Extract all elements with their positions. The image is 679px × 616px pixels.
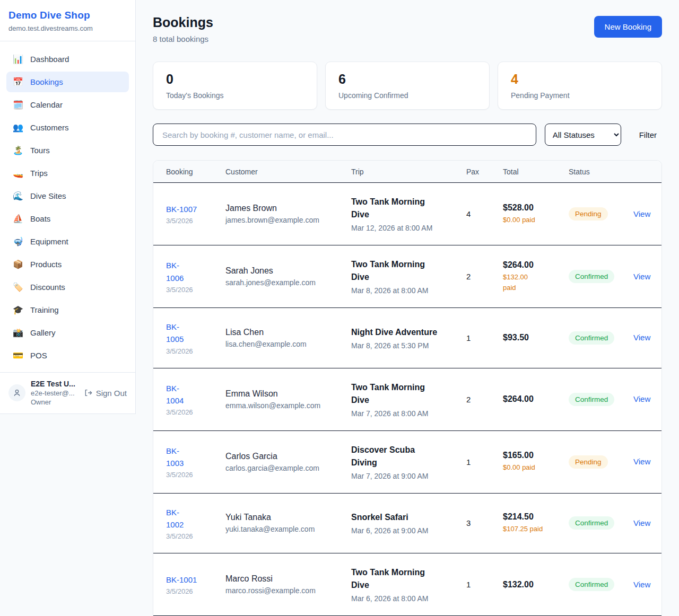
sidebar-item-gallery[interactable]: 📸 Gallery — [6, 322, 129, 343]
column-header-customer: Customer — [225, 168, 351, 176]
shop-name: Demo Dive Shop — [8, 10, 127, 21]
sidebar-item-label: Products — [30, 260, 62, 269]
sidebar-item-products[interactable]: 📦 Products — [6, 254, 129, 275]
customer-email: carlos.garcia@example.com — [225, 464, 351, 472]
new-booking-button[interactable]: New Booking — [594, 16, 662, 38]
paid-amount: $0.00 paid — [503, 462, 569, 473]
booking-id-link[interactable]: BK-1001 — [166, 575, 197, 584]
booking-date: 3/5/2026 — [166, 532, 225, 540]
discounts-icon: 🏷️ — [13, 282, 23, 292]
trips-icon: 🚤 — [13, 168, 23, 178]
paid-amount: $132.00 paid — [503, 272, 569, 293]
customer-name: Marco Rossi — [225, 574, 351, 584]
page-title: Bookings — [153, 15, 213, 30]
sidebar-item-label: Equipment — [30, 237, 68, 246]
search-input[interactable] — [153, 124, 536, 146]
sidebar-item-boats[interactable]: ⛵ Boats — [6, 208, 129, 229]
booking-id-link[interactable]: BK- 1002 — [166, 508, 184, 529]
sidebar-item-dive-sites[interactable]: 🌊 Dive Sites — [6, 186, 129, 206]
status-badge: Confirmed — [569, 270, 614, 283]
trip-datetime: Mar 12, 2026 at 8:00 AM — [351, 224, 466, 232]
stat-card-upcoming-confirmed: 6 Upcoming Confirmed — [325, 61, 490, 110]
view-link[interactable]: View — [626, 272, 650, 281]
sign-out-button[interactable]: Sign Out — [84, 389, 127, 398]
customer-email: emma.wilson@example.com — [225, 401, 351, 410]
view-link[interactable]: View — [626, 333, 650, 342]
sidebar-item-label: Calendar — [30, 100, 63, 109]
column-header-total: Total — [503, 168, 569, 176]
stat-value: 0 — [166, 72, 304, 87]
status-badge: Pending — [569, 207, 608, 221]
total-amount: $528.00 — [503, 203, 569, 213]
stat-card-todays-bookings: 0 Today's Bookings — [153, 61, 317, 110]
sidebar-item-tours[interactable]: 🏝️ Tours — [6, 140, 129, 161]
stat-label: Upcoming Confirmed — [338, 91, 476, 100]
tours-icon: 🏝️ — [13, 145, 23, 155]
booking-id-link[interactable]: BK- 1006 — [166, 261, 184, 282]
status-badge: Confirmed — [569, 331, 614, 345]
trip-name: Two Tank Morning Dive — [351, 381, 466, 407]
dashboard-icon: 📊 — [13, 54, 23, 64]
booking-date: 3/5/2026 — [166, 471, 225, 479]
sidebar-item-bookings[interactable]: 📅 Bookings — [6, 72, 129, 92]
table-row: BK-1007 3/5/2026 James Brown james.brown… — [153, 183, 661, 245]
total-amount: $264.00 — [503, 394, 569, 404]
trip-name: Two Tank Morning Dive — [351, 196, 466, 221]
sidebar-item-customers[interactable]: 👥 Customers — [6, 117, 129, 138]
trip-datetime: Mar 8, 2026 at 5:30 PM — [351, 341, 466, 350]
status-badge: Confirmed — [569, 516, 614, 530]
trip-name: Night Dive Adventure — [351, 326, 466, 339]
sidebar-item-training[interactable]: 🎓 Training — [6, 300, 129, 320]
total-amount: $264.00 — [503, 260, 569, 270]
view-link[interactable]: View — [626, 209, 650, 218]
customers-icon: 👥 — [13, 122, 23, 133]
filter-bar: All Statuses Filter — [153, 124, 662, 146]
booking-id-link[interactable]: BK-1007 — [166, 205, 197, 214]
status-badge: Confirmed — [569, 393, 614, 406]
table-row: BK- 1004 3/5/2026 Emma Wilson emma.wilso… — [153, 368, 661, 431]
view-link[interactable]: View — [626, 457, 650, 466]
sidebar-item-pos[interactable]: 💳 POS — [6, 345, 129, 366]
table-row: BK-1001 3/5/2026 Marco Rossi marco.rossi… — [153, 553, 661, 616]
total-amount: $165.00 — [503, 451, 569, 460]
sign-out-label: Sign Out — [96, 389, 127, 398]
status-badge: Confirmed — [569, 578, 614, 591]
user-section: E2E Test U... e2e-tester@... Owner Sign … — [0, 372, 135, 413]
logout-icon — [84, 389, 92, 397]
user-name: E2E Test U... — [31, 380, 79, 388]
column-header-trip: Trip — [351, 168, 466, 176]
booking-id-link[interactable]: BK- 1003 — [166, 446, 184, 468]
sidebar-item-dashboard[interactable]: 📊 Dashboard — [6, 49, 129, 69]
booking-date: 3/5/2026 — [166, 347, 225, 355]
trip-datetime: Mar 7, 2026 at 8:00 AM — [351, 409, 466, 418]
table-row: BK- 1006 3/5/2026 Sarah Jones sarah.jone… — [153, 245, 661, 308]
sidebar-item-trips[interactable]: 🚤 Trips — [6, 163, 129, 183]
booking-id-link[interactable]: BK- 1005 — [166, 322, 184, 344]
view-link[interactable]: View — [626, 580, 650, 589]
customer-email: yuki.tanaka@example.com — [225, 525, 351, 533]
paid-amount: $107.25 paid — [503, 524, 569, 534]
sidebar: Demo Dive Shop demo.test.divestreams.com… — [0, 0, 136, 414]
booking-date: 3/5/2026 — [166, 408, 225, 416]
status-filter-select[interactable]: All Statuses — [545, 124, 621, 146]
column-header-status: Status — [569, 168, 626, 176]
trip-name: Snorkel Safari — [351, 511, 466, 524]
sidebar-item-equipment[interactable]: 🤿 Equipment — [6, 231, 129, 252]
sidebar-item-label: Training — [30, 305, 59, 314]
view-link[interactable]: View — [626, 394, 650, 403]
status-badge: Pending — [569, 455, 608, 469]
sidebar-item-label: Bookings — [30, 77, 63, 86]
sidebar-item-discounts[interactable]: 🏷️ Discounts — [6, 277, 129, 297]
booking-id-link[interactable]: BK- 1004 — [166, 384, 184, 405]
sidebar-item-calendar[interactable]: 🗓️ Calendar — [6, 94, 129, 115]
column-header-booking: Booking — [166, 168, 225, 176]
training-icon: 🎓 — [13, 305, 23, 315]
view-link[interactable]: View — [626, 518, 650, 527]
filter-button[interactable]: Filter — [634, 126, 662, 144]
total-amount: $93.50 — [503, 333, 569, 342]
table-row: BK- 1005 3/5/2026 Lisa Chen lisa.chen@ex… — [153, 308, 661, 368]
customer-email: lisa.chen@example.com — [225, 340, 351, 348]
customer-name: Yuki Tanaka — [225, 513, 351, 522]
booking-date: 3/5/2026 — [166, 286, 225, 294]
trip-datetime: Mar 6, 2026 at 9:00 AM — [351, 526, 466, 535]
